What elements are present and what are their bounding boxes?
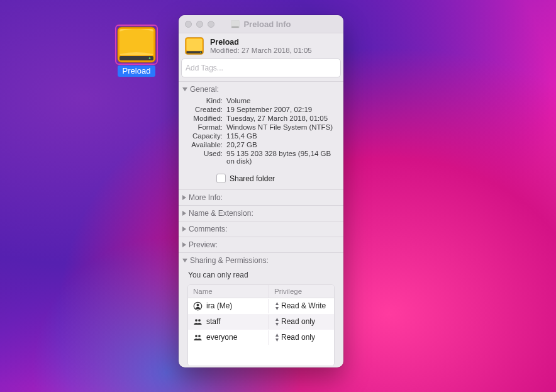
table-row[interactable]: staff▴▾Read only (188, 314, 334, 330)
close-button[interactable] (185, 21, 192, 28)
general-details: Kind: Volume Created: 19 September 2007,… (179, 97, 343, 169)
svg-point-12 (195, 319, 197, 322)
svg-point-9 (200, 52, 201, 52)
section-name-extension[interactable]: Name & Extension: (179, 206, 343, 221)
column-header-privilege[interactable]: Privilege (269, 285, 334, 298)
user-icon (193, 301, 203, 311)
perm-name: everyone (206, 333, 237, 342)
chevron-right-icon (182, 195, 186, 200)
user-icon (193, 317, 203, 327)
shared-folder-checkbox[interactable] (216, 174, 226, 183)
column-header-name[interactable]: Name (188, 285, 269, 298)
svg-rect-4 (231, 20, 240, 28)
privilege-stepper-icon[interactable]: ▴▾ (274, 316, 279, 327)
privilege-stepper-icon[interactable]: ▴▾ (274, 301, 279, 311)
svg-point-15 (198, 335, 201, 337)
svg-rect-7 (186, 38, 202, 50)
desktop-volume-item[interactable]: Preload (112, 26, 161, 77)
table-row[interactable]: ira (Me)▴▾Read & Write (188, 298, 334, 314)
section-comments[interactable]: Comments: (179, 221, 343, 237)
header-disk-icon (185, 37, 204, 55)
shared-folder-label: Shared folder (230, 174, 275, 183)
zoom-button[interactable] (208, 21, 214, 28)
volume-disk-icon (117, 26, 156, 63)
perm-name: ira (Me) (206, 301, 232, 310)
table-row[interactable]: everyone▴▾Read only (188, 330, 334, 345)
tags-input[interactable] (182, 59, 340, 77)
titlebar[interactable]: Preload Info (179, 15, 343, 33)
traffic-lights (185, 21, 214, 28)
value-kind: Volume (226, 97, 338, 104)
permissions-note: You can only read (179, 268, 343, 284)
perm-privilege: Read & Write (281, 301, 326, 310)
svg-rect-8 (186, 51, 202, 53)
desktop-background: Preload Preload Info (0, 0, 556, 392)
chevron-right-icon (182, 242, 186, 247)
section-general[interactable]: General: (179, 82, 343, 97)
info-header: Preload Modified: 27 March 2018, 01:05 (179, 33, 343, 57)
header-modified: Modified: 27 March 2018, 01:05 (210, 47, 312, 54)
value-used: 95 135 203 328 bytes (95,14 GB on disk) (226, 150, 338, 165)
section-more-info[interactable]: More Info: (179, 190, 343, 205)
value-capacity: 115,4 GB (226, 132, 338, 140)
svg-point-3 (149, 57, 151, 59)
value-available: 20,27 GB (226, 141, 338, 148)
window-title: Preload Info (243, 20, 291, 29)
value-modified: Tuesday, 27 March 2018, 01:05 (226, 115, 338, 122)
section-preview[interactable]: Preview: (179, 237, 343, 252)
privilege-stepper-icon[interactable]: ▴▾ (274, 332, 279, 342)
minimize-button[interactable] (196, 21, 203, 28)
svg-point-13 (198, 319, 201, 322)
chevron-down-icon (182, 87, 187, 91)
svg-rect-2 (120, 56, 153, 60)
shared-folder-row: Shared folder (179, 169, 343, 189)
section-sharing-permissions[interactable]: Sharing & Permissions: (179, 253, 343, 268)
value-created: 19 September 2007, 02:19 (226, 106, 338, 113)
perm-privilege: Read only (281, 317, 315, 326)
svg-rect-5 (232, 26, 240, 28)
header-name: Preload (210, 38, 312, 47)
chevron-right-icon (182, 227, 186, 232)
desktop-volume-label: Preload (118, 65, 156, 77)
value-format: Windows NT File System (NTFS) (226, 123, 338, 131)
titlebar-disk-icon (231, 20, 240, 28)
user-icon (193, 333, 203, 342)
chevron-right-icon (182, 211, 186, 216)
permissions-table: Name Privilege ira (Me)▴▾Read & Writesta… (187, 284, 335, 366)
perm-name: staff (206, 317, 220, 326)
perm-privilege: Read only (281, 333, 315, 342)
info-window: Preload Info Preload Modified: 27 March … (179, 15, 343, 367)
chevron-down-icon (182, 259, 187, 262)
svg-point-11 (197, 303, 199, 306)
svg-point-14 (195, 335, 197, 337)
tags-field-wrap (181, 59, 341, 77)
